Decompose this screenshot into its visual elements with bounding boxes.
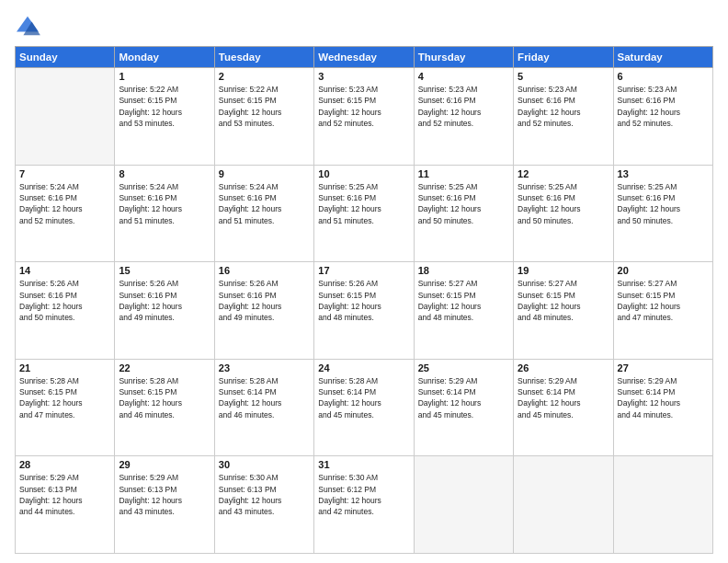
calendar-cell: 3Sunrise: 5:23 AM Sunset: 6:15 PM Daylig… (314, 68, 414, 166)
weekday-header: Tuesday (214, 47, 313, 68)
calendar-cell: 1Sunrise: 5:22 AM Sunset: 6:15 PM Daylig… (115, 68, 214, 166)
day-info: Sunrise: 5:24 AM Sunset: 6:16 PM Dayligh… (219, 181, 310, 226)
weekday-header-row: SundayMondayTuesdayWednesdayThursdayFrid… (16, 47, 713, 68)
day-info: Sunrise: 5:26 AM Sunset: 6:16 PM Dayligh… (19, 278, 110, 323)
calendar-cell: 17Sunrise: 5:26 AM Sunset: 6:15 PM Dayli… (314, 262, 414, 360)
day-number: 29 (119, 459, 210, 470)
calendar-cell: 7Sunrise: 5:24 AM Sunset: 6:16 PM Daylig… (16, 165, 115, 262)
day-info: Sunrise: 5:25 AM Sunset: 6:16 PM Dayligh… (518, 181, 609, 226)
day-number: 18 (418, 265, 509, 276)
day-number: 14 (19, 265, 110, 276)
weekday-header: Friday (514, 47, 613, 68)
calendar-cell (514, 456, 613, 554)
day-info: Sunrise: 5:27 AM Sunset: 6:15 PM Dayligh… (518, 278, 609, 323)
day-number: 13 (618, 168, 709, 179)
day-info: Sunrise: 5:29 AM Sunset: 6:14 PM Dayligh… (518, 375, 609, 420)
day-number: 10 (318, 168, 409, 179)
day-number: 12 (518, 168, 609, 179)
calendar-cell: 10Sunrise: 5:25 AM Sunset: 6:16 PM Dayli… (314, 165, 414, 262)
day-number: 26 (518, 362, 609, 373)
day-info: Sunrise: 5:27 AM Sunset: 6:15 PM Dayligh… (418, 278, 509, 323)
calendar-cell: 14Sunrise: 5:26 AM Sunset: 6:16 PM Dayli… (16, 262, 115, 360)
day-info: Sunrise: 5:23 AM Sunset: 6:16 PM Dayligh… (618, 84, 709, 129)
week-row: 28Sunrise: 5:29 AM Sunset: 6:13 PM Dayli… (16, 456, 713, 554)
week-row: 7Sunrise: 5:24 AM Sunset: 6:16 PM Daylig… (16, 165, 713, 262)
calendar-cell (414, 456, 513, 554)
day-info: Sunrise: 5:30 AM Sunset: 6:12 PM Dayligh… (318, 472, 409, 517)
day-info: Sunrise: 5:29 AM Sunset: 6:13 PM Dayligh… (19, 472, 110, 517)
weekday-header: Saturday (613, 47, 712, 68)
calendar-cell: 20Sunrise: 5:27 AM Sunset: 6:15 PM Dayli… (613, 262, 712, 360)
day-info: Sunrise: 5:23 AM Sunset: 6:15 PM Dayligh… (318, 84, 409, 129)
calendar-cell: 22Sunrise: 5:28 AM Sunset: 6:15 PM Dayli… (115, 359, 214, 456)
calendar-cell: 8Sunrise: 5:24 AM Sunset: 6:16 PM Daylig… (115, 165, 214, 262)
calendar-cell: 13Sunrise: 5:25 AM Sunset: 6:16 PM Dayli… (613, 165, 712, 262)
weekday-header: Wednesday (314, 47, 414, 68)
calendar-cell: 30Sunrise: 5:30 AM Sunset: 6:13 PM Dayli… (214, 456, 313, 554)
calendar-cell: 31Sunrise: 5:30 AM Sunset: 6:12 PM Dayli… (314, 456, 414, 554)
day-number: 19 (518, 265, 609, 276)
day-info: Sunrise: 5:25 AM Sunset: 6:16 PM Dayligh… (418, 181, 509, 226)
day-number: 31 (318, 459, 409, 470)
day-info: Sunrise: 5:22 AM Sunset: 6:15 PM Dayligh… (119, 84, 210, 129)
day-info: Sunrise: 5:28 AM Sunset: 6:14 PM Dayligh… (318, 375, 409, 420)
calendar-cell: 23Sunrise: 5:28 AM Sunset: 6:14 PM Dayli… (214, 359, 313, 456)
calendar-cell (16, 68, 115, 166)
day-number: 24 (318, 362, 409, 373)
day-info: Sunrise: 5:23 AM Sunset: 6:16 PM Dayligh… (418, 84, 509, 129)
day-info: Sunrise: 5:28 AM Sunset: 6:14 PM Dayligh… (219, 375, 310, 420)
day-info: Sunrise: 5:30 AM Sunset: 6:13 PM Dayligh… (219, 472, 310, 517)
day-info: Sunrise: 5:25 AM Sunset: 6:16 PM Dayligh… (618, 181, 709, 226)
calendar-cell: 28Sunrise: 5:29 AM Sunset: 6:13 PM Dayli… (16, 456, 115, 554)
calendar-cell: 21Sunrise: 5:28 AM Sunset: 6:15 PM Dayli… (16, 359, 115, 456)
calendar-cell: 16Sunrise: 5:26 AM Sunset: 6:16 PM Dayli… (214, 262, 313, 360)
calendar-cell: 6Sunrise: 5:23 AM Sunset: 6:16 PM Daylig… (613, 68, 712, 166)
calendar: SundayMondayTuesdayWednesdayThursdayFrid… (15, 46, 713, 554)
calendar-cell: 9Sunrise: 5:24 AM Sunset: 6:16 PM Daylig… (214, 165, 313, 262)
calendar-cell: 24Sunrise: 5:28 AM Sunset: 6:14 PM Dayli… (314, 359, 414, 456)
day-number: 9 (219, 168, 310, 179)
week-row: 14Sunrise: 5:26 AM Sunset: 6:16 PM Dayli… (16, 262, 713, 360)
logo (15, 15, 46, 37)
day-info: Sunrise: 5:25 AM Sunset: 6:16 PM Dayligh… (318, 181, 409, 226)
calendar-cell (613, 456, 712, 554)
day-number: 27 (618, 362, 709, 373)
day-info: Sunrise: 5:29 AM Sunset: 6:14 PM Dayligh… (418, 375, 509, 420)
day-number: 6 (618, 71, 709, 82)
day-info: Sunrise: 5:23 AM Sunset: 6:16 PM Dayligh… (518, 84, 609, 129)
day-info: Sunrise: 5:27 AM Sunset: 6:15 PM Dayligh… (618, 278, 709, 323)
day-number: 20 (618, 265, 709, 276)
day-info: Sunrise: 5:26 AM Sunset: 6:16 PM Dayligh… (219, 278, 310, 323)
weekday-header: Thursday (414, 47, 513, 68)
calendar-cell: 15Sunrise: 5:26 AM Sunset: 6:16 PM Dayli… (115, 262, 214, 360)
day-info: Sunrise: 5:24 AM Sunset: 6:16 PM Dayligh… (119, 181, 210, 226)
day-number: 3 (318, 71, 409, 82)
day-number: 16 (219, 265, 310, 276)
day-number: 7 (19, 168, 110, 179)
day-number: 25 (418, 362, 509, 373)
header (15, 15, 713, 37)
day-info: Sunrise: 5:28 AM Sunset: 6:15 PM Dayligh… (19, 375, 110, 420)
day-number: 1 (119, 71, 210, 82)
day-number: 17 (318, 265, 409, 276)
day-number: 28 (19, 459, 110, 470)
day-info: Sunrise: 5:22 AM Sunset: 6:15 PM Dayligh… (219, 84, 310, 129)
day-number: 30 (219, 459, 310, 470)
weekday-header: Monday (115, 47, 214, 68)
day-info: Sunrise: 5:29 AM Sunset: 6:14 PM Dayligh… (618, 375, 709, 420)
weekday-header: Sunday (16, 47, 115, 68)
day-number: 2 (219, 71, 310, 82)
calendar-cell: 18Sunrise: 5:27 AM Sunset: 6:15 PM Dayli… (414, 262, 513, 360)
calendar-cell: 29Sunrise: 5:29 AM Sunset: 6:13 PM Dayli… (115, 456, 214, 554)
calendar-cell: 27Sunrise: 5:29 AM Sunset: 6:14 PM Dayli… (613, 359, 712, 456)
day-info: Sunrise: 5:24 AM Sunset: 6:16 PM Dayligh… (19, 181, 110, 226)
day-number: 15 (119, 265, 210, 276)
calendar-cell: 26Sunrise: 5:29 AM Sunset: 6:14 PM Dayli… (514, 359, 613, 456)
calendar-cell: 25Sunrise: 5:29 AM Sunset: 6:14 PM Dayli… (414, 359, 513, 456)
calendar-cell: 4Sunrise: 5:23 AM Sunset: 6:16 PM Daylig… (414, 68, 513, 166)
day-number: 22 (119, 362, 210, 373)
day-number: 5 (518, 71, 609, 82)
day-number: 8 (119, 168, 210, 179)
calendar-cell: 12Sunrise: 5:25 AM Sunset: 6:16 PM Dayli… (514, 165, 613, 262)
day-number: 4 (418, 71, 509, 82)
